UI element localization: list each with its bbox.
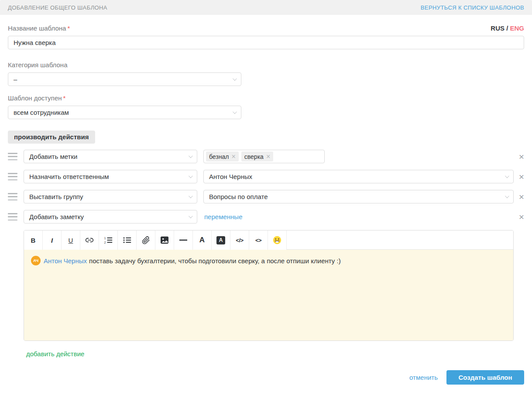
italic-icon: I [51, 237, 53, 244]
template-category-value: – [14, 76, 17, 83]
perform-actions-button[interactable]: производить действия [8, 131, 95, 144]
tags-input[interactable]: безнал × сверка × [203, 150, 325, 163]
action-type-value: Выставить группу [29, 193, 83, 200]
editor-toolbar: B I U 12 A A </> <> [24, 230, 513, 250]
highlight-icon: A [216, 236, 225, 244]
add-action-link[interactable]: добавить действие [26, 350, 84, 358]
note-editor-content[interactable]: АЧ Антон Черных поставь задачу бухгалтер… [24, 250, 513, 341]
avatar: АЧ [31, 256, 41, 265]
remove-action-button[interactable]: × [516, 212, 524, 221]
highlight-letter: A [219, 237, 223, 243]
template-category-label: Категория шаблона [8, 61, 524, 69]
remove-action-button[interactable]: × [516, 172, 524, 181]
back-to-templates-link[interactable]: ВЕРНУТЬСЯ К СПИСКУ ШАБЛОНОВ [421, 4, 524, 11]
attachment-icon [142, 236, 150, 244]
chevron-down-icon [189, 154, 193, 158]
required-asterisk: * [67, 24, 70, 32]
code-block-button[interactable]: </> [230, 230, 249, 250]
font-color-icon: A [199, 236, 205, 244]
action-type-select[interactable]: Выставить группу [24, 190, 197, 203]
inline-code-icon: <> [255, 237, 261, 244]
chevron-down-icon [233, 110, 237, 114]
action-row-add-note: Добавить заметку переменные × [8, 210, 524, 224]
image-icon [160, 236, 169, 244]
mention-link[interactable]: Антон Черных [44, 257, 87, 265]
underline-icon: U [69, 237, 73, 244]
required-asterisk: * [63, 94, 66, 102]
tag-label: сверка [244, 153, 264, 160]
action-type-select[interactable]: Добавить метки [24, 150, 197, 163]
emoji-icon [272, 235, 282, 245]
ordered-list-button[interactable]: 12 [99, 230, 118, 250]
tag-remove-icon[interactable]: × [231, 153, 235, 161]
responsible-value: Антон Черных [209, 173, 252, 180]
lang-separator: / [506, 24, 508, 32]
template-access-select[interactable]: всем сотрудникам [8, 106, 241, 119]
underline-button[interactable]: U [62, 230, 80, 250]
action-row-assign-responsible: Назначить ответственным Антон Черных × [8, 170, 524, 183]
chevron-down-icon [505, 194, 509, 198]
template-name-input[interactable] [8, 36, 524, 49]
cancel-link[interactable]: отменить [409, 374, 438, 381]
drag-handle-icon[interactable] [8, 213, 17, 220]
form-footer: отменить Создать шаблон [0, 370, 532, 385]
create-template-button[interactable]: Создать шаблон [446, 370, 524, 385]
page-title: ДОБАВЛЕНИЕ ОБЩЕГО ШАБЛОНА [8, 4, 107, 11]
drag-handle-icon[interactable] [8, 193, 17, 200]
group-value: Вопросы по оплате [209, 193, 268, 200]
unordered-list-button[interactable] [118, 230, 137, 250]
drag-handle-icon[interactable] [8, 153, 17, 160]
unordered-list-icon [123, 236, 131, 244]
language-toggle: RUS / ENG [491, 24, 524, 32]
horizontal-rule-icon [179, 236, 188, 244]
inline-code-button[interactable]: <> [249, 230, 268, 250]
attachment-button[interactable] [137, 230, 155, 250]
remove-action-button[interactable]: × [516, 152, 524, 161]
link-icon [85, 236, 94, 244]
chevron-down-icon [189, 194, 193, 198]
note-editor: B I U 12 A A </> <> [24, 230, 514, 341]
emoji-button[interactable] [268, 230, 287, 250]
responsible-select[interactable]: Антон Черных [203, 170, 514, 183]
action-row-set-group: Выставить группу Вопросы по оплате × [8, 190, 524, 203]
lang-eng-tab[interactable]: ENG [510, 24, 524, 32]
remove-action-button[interactable]: × [516, 192, 524, 201]
tag-remove-icon[interactable]: × [266, 153, 270, 161]
tag: сверка × [241, 151, 273, 162]
action-type-select[interactable]: Добавить заметку [24, 210, 197, 224]
horizontal-rule-button[interactable] [174, 230, 193, 250]
note-text: поставь задачу бухгалтерии, чтобы подгот… [89, 257, 341, 265]
code-block-icon: </> [236, 237, 243, 244]
template-name-label-text: Название шаблона [8, 24, 66, 32]
svg-text:2: 2 [104, 241, 106, 244]
template-access-label-text: Шаблон доступен [8, 94, 62, 102]
link-button[interactable] [80, 230, 99, 250]
highlight-button[interactable]: A [212, 230, 230, 250]
drag-handle-icon[interactable] [8, 173, 17, 180]
action-row-add-tags: Добавить метки безнал × сверка × × [8, 150, 524, 163]
ordered-list-icon: 12 [104, 236, 113, 244]
action-type-value: Добавить заметку [29, 213, 84, 220]
image-button[interactable] [155, 230, 174, 250]
bold-button[interactable]: B [24, 230, 43, 250]
svg-text:1: 1 [104, 237, 106, 240]
action-type-value: Добавить метки [29, 153, 77, 160]
action-type-select[interactable]: Назначить ответственным [24, 170, 197, 183]
italic-button[interactable]: I [43, 230, 62, 250]
lang-rus-tab[interactable]: RUS [491, 24, 505, 32]
page-header: ДОБАВЛЕНИЕ ОБЩЕГО ШАБЛОНА ВЕРНУТЬСЯ К СП… [0, 0, 532, 15]
group-select[interactable]: Вопросы по оплате [203, 190, 514, 203]
chevron-down-icon [189, 174, 193, 178]
chevron-down-icon [233, 76, 237, 81]
tag: безнал × [206, 151, 239, 162]
template-access-value: всем сотрудникам [14, 109, 69, 116]
template-category-select[interactable]: – [8, 72, 241, 86]
font-color-button[interactable]: A [193, 230, 212, 250]
template-name-label: Название шаблона* [8, 24, 70, 32]
tag-label: безнал [209, 153, 229, 160]
variables-link[interactable]: переменные [204, 213, 243, 220]
chevron-down-icon [189, 214, 193, 218]
chevron-down-icon [505, 174, 509, 178]
action-type-value: Назначить ответственным [29, 173, 109, 180]
bold-icon: B [31, 237, 36, 244]
